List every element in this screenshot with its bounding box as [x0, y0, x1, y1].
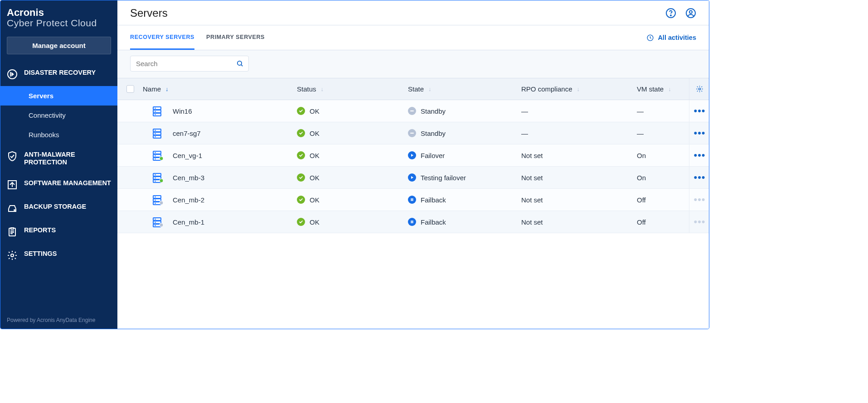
server-icon: [153, 129, 163, 138]
titlebar: Servers: [117, 0, 709, 25]
cell-status: OK: [297, 196, 408, 204]
tabs-row: RECOVERY SERVERS PRIMARY SERVERS All act…: [117, 25, 709, 50]
cell-rpo: Not set: [521, 152, 637, 159]
table-row[interactable]: Cen_mb-2 OK Failback Not set Off •••: [117, 189, 709, 211]
sort-arrow-down-icon: ↓: [428, 86, 432, 92]
cell-vm: Off: [637, 196, 689, 204]
column-label: Status: [297, 85, 316, 93]
svg-point-39: [160, 179, 163, 182]
cell-state: Testing failover: [408, 173, 521, 182]
search-input[interactable]: [135, 59, 236, 68]
help-icon[interactable]: [665, 8, 676, 19]
more-actions-icon[interactable]: •••: [693, 150, 705, 160]
table-row[interactable]: Cen_vg-1 OK Failover Not set On •••: [117, 144, 709, 167]
server-icon: [153, 217, 163, 226]
search-box[interactable]: [130, 56, 249, 72]
tab-recovery-servers[interactable]: RECOVERY SERVERS: [130, 25, 194, 50]
sidebar-label: REPORTS: [24, 226, 56, 234]
cell-vm: On: [637, 174, 689, 182]
status-text: OK: [310, 174, 320, 182]
column-header-state[interactable]: State ↓: [408, 85, 521, 93]
column-header-rpo[interactable]: RPO compliance ↓: [521, 85, 637, 93]
sidebar-item-settings[interactable]: SETTINGS: [0, 244, 117, 267]
column-header-settings[interactable]: [689, 78, 709, 100]
status-ok-icon: [297, 196, 305, 204]
clock-icon: [646, 34, 654, 42]
svg-rect-49: [153, 218, 161, 221]
table-row[interactable]: Cen_mb-3 OK Testing failover Not set On …: [117, 167, 709, 189]
column-header-status[interactable]: Status ↓: [297, 85, 408, 93]
svg-rect-19: [153, 129, 161, 132]
brand-subtitle: Cyber Protect Cloud: [7, 18, 109, 29]
select-all-checkbox[interactable]: [126, 85, 134, 93]
cell-status: OK: [297, 151, 408, 159]
brand-name: Acronis: [7, 7, 109, 19]
table-row[interactable]: Cen_mb-1 OK Failback Not set Off •••: [117, 211, 709, 233]
cell-name: Cen_mb-3: [143, 173, 297, 182]
more-actions-icon[interactable]: •••: [693, 195, 705, 205]
svg-point-11: [698, 88, 700, 90]
main-panel: Servers RECOVERY SERVERS PRIMARY SERVERS…: [117, 0, 709, 329]
search-icon[interactable]: [236, 60, 244, 67]
gear-icon: [7, 250, 18, 261]
row-actions[interactable]: •••: [689, 144, 709, 166]
sidebar-label: ANTI-MALWARE PROTECTION: [24, 151, 111, 167]
table-row[interactable]: cen7-sg7 OK Standby — — •••: [117, 122, 709, 144]
cell-name: Win16: [143, 106, 297, 115]
page-title: Servers: [130, 7, 168, 19]
cell-rpo: —: [521, 107, 637, 115]
sort-arrow-down-icon: ↓: [577, 86, 580, 92]
column-label: State: [408, 85, 424, 93]
sidebar-item-runbooks[interactable]: Runbooks: [0, 125, 117, 144]
sidebar-item-servers[interactable]: Servers: [0, 86, 117, 106]
state-text: Failback: [421, 218, 446, 226]
row-actions[interactable]: •••: [689, 211, 709, 233]
status-text: OK: [310, 196, 320, 204]
more-actions-icon[interactable]: •••: [693, 106, 705, 116]
cell-rpo: Not set: [521, 218, 637, 226]
column-header-vm[interactable]: VM state ↓: [637, 85, 689, 93]
state-play-icon: [408, 173, 416, 182]
state-play-icon: [408, 151, 416, 159]
row-actions[interactable]: •••: [689, 100, 709, 122]
svg-rect-34: [153, 177, 161, 179]
cell-state: Failback: [408, 196, 521, 204]
svg-point-55: [160, 223, 163, 227]
state-pause-icon: [408, 218, 416, 226]
tab-primary-servers[interactable]: PRIMARY SERVERS: [206, 25, 265, 50]
sidebar-item-software-management[interactable]: SOFTWARE MANAGEMENT: [0, 173, 117, 197]
manage-account-button[interactable]: Manage account: [7, 37, 111, 54]
more-actions-icon[interactable]: •••: [693, 128, 705, 138]
table-row[interactable]: Win16 OK Standby — — •••: [117, 100, 709, 122]
sidebar-item-backup-storage[interactable]: BACKUP STORAGE: [0, 197, 117, 220]
status-text: OK: [310, 107, 320, 115]
more-actions-icon[interactable]: •••: [693, 173, 705, 182]
row-actions[interactable]: •••: [689, 189, 709, 211]
cell-rpo: Not set: [521, 174, 637, 182]
svg-rect-47: [411, 198, 412, 201]
account-icon[interactable]: [685, 8, 696, 19]
svg-rect-40: [153, 196, 161, 198]
more-actions-icon[interactable]: •••: [693, 217, 705, 227]
svg-point-32: [160, 157, 163, 160]
svg-rect-12: [153, 107, 161, 110]
sidebar-item-anti-malware[interactable]: ANTI-MALWARE PROTECTION: [0, 144, 117, 173]
row-actions[interactable]: •••: [689, 167, 709, 188]
svg-rect-41: [153, 199, 161, 202]
sort-arrow-down-icon: ↓: [668, 86, 671, 92]
all-activities-link[interactable]: All activities: [646, 34, 696, 42]
sidebar-item-reports[interactable]: REPORTS: [0, 220, 117, 244]
state-text: Standby: [421, 107, 446, 115]
row-actions[interactable]: •••: [689, 122, 709, 144]
sidebar-item-connectivity[interactable]: Connectivity: [0, 106, 117, 125]
svg-rect-14: [153, 113, 161, 116]
svg-rect-13: [153, 110, 161, 113]
svg-rect-20: [153, 132, 161, 135]
column-header-name[interactable]: Name ↓: [143, 85, 297, 93]
title-icons: [665, 8, 696, 19]
sidebar-item-disaster-recovery[interactable]: DISASTER RECOVERY: [0, 62, 117, 86]
sidebar-label: DISASTER RECOVERY: [24, 69, 96, 77]
brand-logo: Acronis Cyber Protect Cloud: [0, 0, 117, 32]
sort-arrow-down-icon: ↓: [165, 86, 169, 92]
status-text: OK: [310, 130, 320, 137]
